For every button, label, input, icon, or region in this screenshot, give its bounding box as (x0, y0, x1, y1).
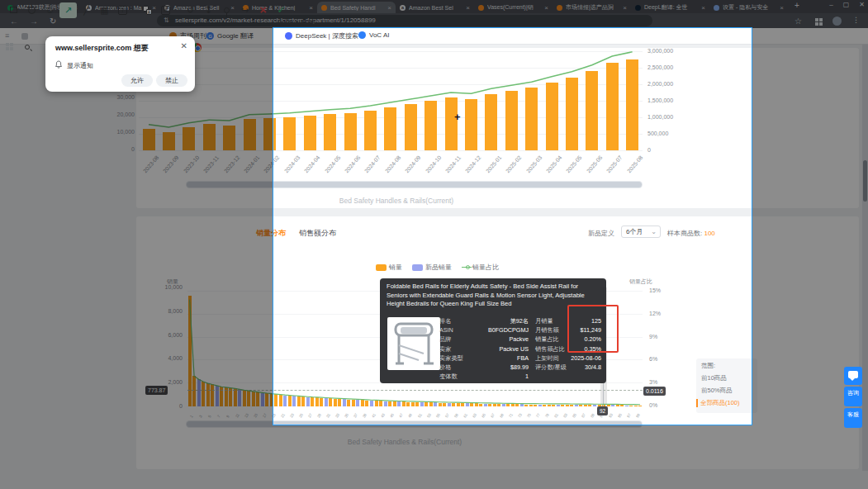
popup-close-icon[interactable]: ✕ (181, 41, 187, 50)
dim-overlay-bottom (0, 425, 868, 489)
screen: AMZ123获悉|跨境电商×aAmazon.com : Ma×aAmazon B… (0, 0, 868, 489)
customer-service-button[interactable]: 客服 (844, 408, 862, 428)
permission-text: 显示通知 (67, 61, 93, 70)
capture-region-border[interactable] (273, 27, 752, 425)
notification-permission-popup: www.sellersprite.com 想要 ✕ 显示通知 允许 禁止 (45, 36, 195, 92)
dim-overlay-top (0, 0, 868, 27)
dim-overlay-right (752, 27, 868, 425)
consult-button[interactable]: 咨询 (844, 387, 862, 406)
deny-button[interactable]: 禁止 (156, 74, 187, 87)
chat-bubble-icon[interactable] (844, 367, 862, 385)
bell-icon (55, 60, 63, 69)
capture-size-label: 1409 x 1186 (278, 18, 315, 26)
popup-title: www.sellersprite.com 想要 (55, 43, 149, 54)
allow-button[interactable]: 允许 (121, 74, 153, 87)
crosshair-cursor: + (454, 111, 461, 123)
